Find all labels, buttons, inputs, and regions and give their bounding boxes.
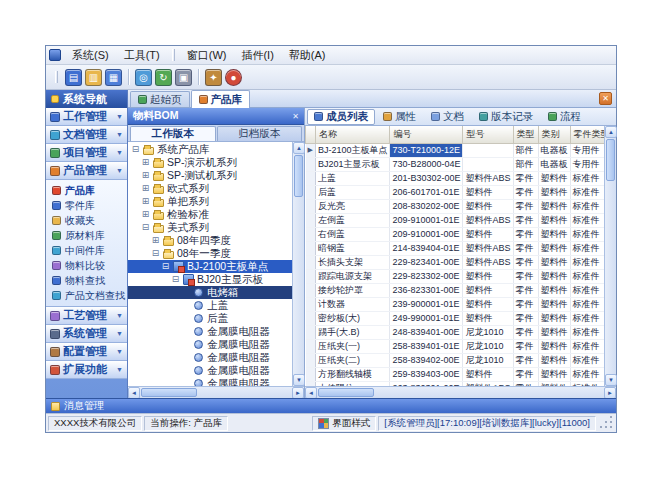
grid-cell[interactable]: 259-839403-00E	[390, 367, 463, 381]
grid-cell[interactable]: 258-839401-01E	[390, 339, 463, 353]
table-row[interactable]: 右倒盖209-910001-00E塑料件零件塑料件标准件外协条	[306, 227, 605, 241]
grid-cell[interactable]	[463, 143, 513, 157]
close-document-button[interactable]: ✕	[599, 92, 612, 105]
detail-tab-2[interactable]: 文档	[424, 109, 471, 125]
grid-cell[interactable]: 标准件	[570, 311, 604, 325]
open-folder-icon[interactable]: ▥	[85, 69, 102, 86]
grid-cell[interactable]: 左倒盖	[315, 213, 390, 227]
tree-expander-icon[interactable]: ⊞	[141, 171, 150, 180]
grid-cell[interactable]: 部件	[513, 143, 538, 157]
sidebar-item-5[interactable]: 物料比较	[46, 258, 127, 273]
grid-cell[interactable]: 塑料件	[463, 185, 513, 199]
sidebar-section-6[interactable]: 配置管理▼	[46, 343, 127, 361]
tree-expander-icon[interactable]: ⊟	[141, 223, 150, 232]
grid-cell[interactable]: 标准件	[570, 283, 604, 297]
grid-vertical-scrollbar[interactable]: ▲ ▼	[604, 126, 616, 386]
table-row[interactable]: 左倒盖209-910001-01E塑料件ABS零件塑料件标准件外协条	[306, 213, 605, 227]
grid-cell[interactable]: 方形翻线轴模	[315, 367, 390, 381]
scroll-thumb[interactable]	[141, 388, 197, 397]
sidebar-item-1[interactable]: 零件库	[46, 198, 127, 213]
grid-cell[interactable]: 730-B28000-04E	[390, 157, 463, 171]
grid-cell[interactable]: 标准件	[570, 353, 604, 367]
grid-cell[interactable]: 零件	[513, 213, 538, 227]
menu-item-4[interactable]: 帮助(A)	[282, 47, 333, 64]
detail-tab-1[interactable]: 属性	[376, 109, 423, 125]
table-row[interactable]: 后盖206-601701-01E塑料件零件塑料件标准件外协条	[306, 185, 605, 199]
table-row[interactable]: 暗钢盖214-839404-01E塑料件ABS零件塑料件标准件外协条	[306, 241, 605, 255]
tree-expander-icon[interactable]: ⊟	[171, 275, 180, 284]
new-document-icon[interactable]: ▤	[65, 69, 82, 86]
tree-node-13[interactable]: 后盖	[128, 312, 292, 325]
document-tab-0[interactable]: 起始页	[130, 91, 190, 107]
grid-cell[interactable]: 标准件	[570, 227, 604, 241]
tree-node-14[interactable]: 金属膜电阻器	[128, 325, 292, 338]
sidebar-item-4[interactable]: 中间件库	[46, 243, 127, 258]
tree-node-3[interactable]: ⊞欧式系列	[128, 182, 292, 195]
resize-grip[interactable]	[600, 416, 614, 430]
scroll-thumb[interactable]	[294, 155, 303, 197]
grid-cell[interactable]: 零件	[513, 367, 538, 381]
scroll-up-icon[interactable]: ▲	[293, 142, 305, 154]
scroll-up-icon[interactable]: ▲	[605, 126, 617, 138]
tree-node-16[interactable]: 金属膜电阻器	[128, 351, 292, 364]
grid-cell[interactable]: 塑料件ABS	[463, 241, 513, 255]
grid-cell[interactable]: 压纸夹(二)	[315, 353, 390, 367]
sidebar-item-0[interactable]: 产品库	[46, 183, 127, 198]
sidebar-section-7[interactable]: 扩展功能▼	[46, 361, 127, 379]
menu-item-2[interactable]: 窗口(W)	[180, 47, 234, 64]
bom-close-icon[interactable]: ✕	[292, 112, 299, 121]
grid-cell[interactable]: 标准件	[570, 255, 604, 269]
grid-cell[interactable]: 塑料件	[463, 367, 513, 381]
grid-cell[interactable]: 236-823301-00E	[390, 283, 463, 297]
grid-cell[interactable]: 229-823302-00E	[390, 269, 463, 283]
grid-cell[interactable]: 密纱板(大)	[315, 311, 390, 325]
grid-cell[interactable]: 标准件	[570, 325, 604, 339]
grid-cell[interactable]: 塑料件	[538, 325, 570, 339]
grid-cell[interactable]: 塑料件	[538, 213, 570, 227]
grid-cell[interactable]: 249-990001-01E	[390, 311, 463, 325]
grid-cell[interactable]: 专用件	[570, 143, 604, 157]
grid-cell[interactable]: 塑料件	[538, 367, 570, 381]
table-row[interactable]: 踢手(大.B)248-839401-00E尼龙1010零件塑料件标准件外协条	[306, 325, 605, 339]
tree-node-11[interactable]: 电烤箱	[128, 286, 292, 299]
grid-cell[interactable]: 尼龙1010	[463, 353, 513, 367]
menu-item-1[interactable]: 工具(T)	[117, 47, 167, 64]
grid-cell[interactable]: 零件	[513, 199, 538, 213]
tree-vertical-scrollbar[interactable]: ▲ ▼	[292, 142, 304, 386]
scroll-thumb[interactable]	[606, 139, 615, 181]
grid-cell[interactable]: 标准件	[570, 367, 604, 381]
grid-cell[interactable]: 塑料件	[538, 283, 570, 297]
grid-cell[interactable]: 零件	[513, 227, 538, 241]
grid-cell[interactable]: 暗钢盖	[315, 241, 390, 255]
column-header-1[interactable]: 编号	[390, 126, 463, 143]
grid-cell[interactable]: 塑料件	[463, 311, 513, 325]
sidebar-item-3[interactable]: 原材料库	[46, 228, 127, 243]
column-header-0[interactable]: 名称	[315, 126, 390, 143]
grid-cell[interactable]: 电器板	[538, 157, 570, 171]
version-tab-1[interactable]: 归档版本	[217, 126, 303, 141]
sidebar-section-3[interactable]: 产品管理▼	[46, 162, 127, 180]
grid-cell[interactable]: 206-601701-01E	[390, 185, 463, 199]
scroll-thumb[interactable]	[318, 388, 374, 397]
grid-cell[interactable]: 零件	[513, 311, 538, 325]
sidebar-section-5[interactable]: 系统管理▼	[46, 325, 127, 343]
grid-cell[interactable]: 上盖	[315, 171, 390, 185]
tree-node-8[interactable]: ⊟08年一季度	[128, 247, 292, 260]
grid-cell[interactable]: 标准件	[570, 339, 604, 353]
scroll-down-icon[interactable]: ▼	[293, 374, 305, 386]
scroll-track[interactable]	[198, 387, 292, 398]
grid-cell[interactable]: 后盖	[315, 185, 390, 199]
grid-cell[interactable]: 730-T21000-12E	[390, 143, 463, 157]
grid-cell[interactable]: 零件	[513, 339, 538, 353]
sidebar-section-1[interactable]: 文档管理▼	[46, 126, 127, 144]
grid-cell[interactable]: BJ201主显示板	[315, 157, 390, 171]
tree-node-9[interactable]: ⊟BJ-2100主板单点	[128, 260, 292, 273]
tree-node-4[interactable]: ⊞单把系列	[128, 195, 292, 208]
grid-cell[interactable]: 塑料件ABS	[463, 171, 513, 185]
grid-cell[interactable]: 零件	[513, 325, 538, 339]
grid-cell[interactable]: 塑料件	[538, 241, 570, 255]
grid-cell[interactable]: 标准件	[570, 241, 604, 255]
tree-expander-icon[interactable]: ⊞	[141, 184, 150, 193]
scroll-track[interactable]	[375, 387, 604, 398]
tree-node-0[interactable]: ⊟系统产品库	[128, 143, 292, 156]
